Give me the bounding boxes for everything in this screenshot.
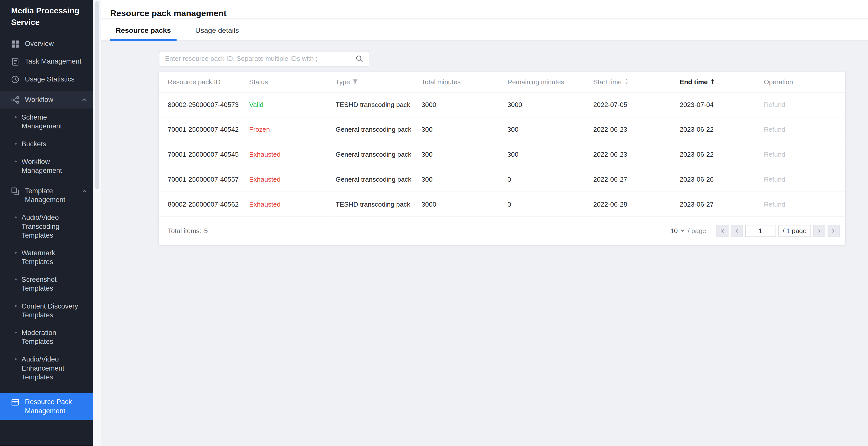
column-header-operation: Operation (764, 72, 845, 92)
resource-pack-table: Resource pack IDStatusTypeTotal minutesR… (159, 72, 845, 217)
sidebar-subitem-label: Content Discovery Templates (22, 302, 78, 319)
cell-resource-pack-id: 80002-25000007-40573 (159, 92, 249, 117)
table-body: 80002-25000007-40573 Valid TESHD transco… (159, 92, 845, 217)
column-header-type[interactable]: Type (336, 72, 422, 92)
cell-remaining-minutes: 3000 (507, 92, 593, 117)
column-label: Resource pack ID (168, 78, 220, 86)
cell-status: Exhausted (249, 192, 336, 217)
cell-type: TESHD transcoding pack (336, 192, 422, 217)
sidebar-subitem-moderation-templates[interactable]: Moderation Templates (0, 324, 93, 350)
chevron-up-icon (82, 97, 88, 103)
sort-asc-icon[interactable] (710, 78, 715, 85)
cell-start-time: 2022-06-27 (593, 167, 680, 192)
cell-end-time: 2023-06-27 (680, 192, 764, 217)
cell-resource-pack-id: 70001-25000007-40542 (159, 117, 249, 142)
column-label: End time (680, 78, 708, 86)
sidebar-item-label: Workflow (25, 95, 76, 104)
first-page-button[interactable] (716, 225, 728, 237)
column-header-remaining-minutes: Remaining minutes (507, 72, 593, 92)
sidebar-subitem-content-discovery-templates[interactable]: Content Discovery Templates (0, 297, 93, 324)
cell-total-minutes: 3000 (422, 92, 507, 117)
refund-link[interactable]: Refund (764, 201, 785, 208)
tab-usage-details[interactable]: Usage details (190, 20, 244, 40)
sidebar-subitem-scheme-management[interactable]: Scheme Management (0, 109, 93, 135)
cell-status: Exhausted (249, 167, 336, 192)
sidebar-item-label: Usage Statistics (25, 75, 88, 84)
table-row: 70001-25000007-40545 Exhausted General t… (159, 142, 845, 167)
cell-start-time: 2022-06-28 (593, 192, 680, 217)
sidebar-subitem-watermark-templates[interactable]: Watermark Templates (0, 244, 93, 271)
page-header: Resource pack management (101, 0, 868, 18)
column-header-end-time[interactable]: End time (680, 72, 764, 92)
sidebar-scrollbar[interactable] (93, 0, 101, 446)
tab-bar: Resource packs Usage details (101, 20, 868, 41)
workflow-icon (11, 96, 20, 104)
search-box (159, 51, 369, 66)
sidebar-subitem-screenshot-templates[interactable]: Screenshot Templates (0, 271, 93, 297)
app-window: Media Processing Service Overview Task M… (0, 0, 868, 446)
sidebar-subitem-label: Moderation Templates (22, 329, 56, 346)
table-row: 80002-25000007-40562 Exhausted TESHD tra… (159, 192, 845, 217)
page-size-select[interactable]: 10 (670, 227, 685, 235)
resource-pack-table-card: Resource pack IDStatusTypeTotal minutesR… (159, 72, 845, 245)
cell-end-time: 2023-07-04 (680, 92, 764, 117)
cell-resource-pack-id: 80002-25000007-40562 (159, 192, 249, 217)
search-icon[interactable] (355, 55, 363, 63)
refund-link[interactable]: Refund (764, 176, 785, 183)
sidebar-item-resource-pack-management[interactable]: Resource Pack Management (0, 393, 93, 420)
sidebar-subitem-label: Audio/Video Enhancement Templates (22, 355, 64, 381)
sidebar-item-task-management[interactable]: Task Management (0, 53, 93, 70)
sidebar: Media Processing Service Overview Task M… (0, 0, 93, 446)
sidebar-subitem-audio-video-enhancement-templates[interactable]: Audio/Video Enhancement Templates (0, 351, 93, 386)
sidebar-nav: Overview Task Management Usage Statistic… (0, 35, 93, 446)
column-label: Operation (764, 78, 793, 86)
refund-link[interactable]: Refund (764, 101, 785, 109)
page-size-value: 10 (670, 227, 678, 235)
scrollbar-thumb[interactable] (95, 1, 99, 189)
cell-end-time: 2023-06-22 (680, 142, 764, 167)
sidebar-item-usage-statistics[interactable]: Usage Statistics (0, 70, 93, 88)
next-page-button[interactable] (813, 225, 826, 237)
overview-icon (11, 40, 20, 48)
page-number-input[interactable] (745, 225, 776, 237)
sidebar-item-label: Overview (25, 39, 88, 48)
column-label: Remaining minutes (507, 78, 564, 86)
sidebar-item-template-management[interactable]: Template Management (0, 182, 93, 209)
search-input[interactable] (165, 55, 351, 63)
page-count-label: / 1 page (778, 225, 811, 237)
last-page-button[interactable] (828, 225, 840, 237)
sidebar-subitem-label: Screenshot Templates (22, 276, 57, 292)
column-label: Total minutes (422, 78, 461, 86)
caret-down-icon (680, 229, 685, 233)
sidebar-item-workflow[interactable]: Workflow (0, 91, 93, 109)
cell-total-minutes: 3000 (422, 192, 507, 217)
sidebar-subitem-workflow-management[interactable]: Workflow Management (0, 153, 93, 179)
sidebar-subitem-label: Buckets (22, 140, 46, 148)
column-header-start-time[interactable]: Start time (593, 72, 680, 92)
cell-remaining-minutes: 300 (507, 142, 593, 167)
sidebar-item-label: Template Management (25, 187, 76, 204)
refund-link[interactable]: Refund (764, 126, 785, 133)
sort-icon[interactable] (624, 78, 629, 85)
refund-link[interactable]: Refund (764, 151, 785, 158)
usage-icon (11, 76, 20, 84)
cell-end-time: 2023-06-22 (680, 117, 764, 142)
tab-resource-packs[interactable]: Resource packs (110, 20, 177, 40)
prev-page-button[interactable] (731, 225, 743, 237)
cell-resource-pack-id: 70001-25000007-40557 (159, 167, 249, 192)
sidebar-item-label: Task Management (25, 57, 88, 66)
page-title: Resource pack management (110, 8, 859, 19)
cell-status: Valid (249, 92, 336, 117)
table-header-row: Resource pack IDStatusTypeTotal minutesR… (159, 72, 845, 92)
column-label: Start time (593, 78, 622, 86)
sidebar-subitem-audio-video-transcoding-templates[interactable]: Audio/Video Transcoding Templates (0, 209, 93, 244)
sidebar-item-overview[interactable]: Overview (0, 35, 93, 53)
resource-pack-icon (11, 398, 20, 407)
cell-end-time: 2023-06-26 (680, 167, 764, 192)
filter-icon[interactable] (352, 79, 358, 85)
total-items-label: Total items: (168, 227, 201, 235)
sidebar-subitem-label: Audio/Video Transcoding Templates (22, 214, 60, 239)
table-footer: Total items: 5 10 / page / (159, 217, 845, 245)
sidebar-subitem-buckets[interactable]: Buckets (0, 135, 93, 153)
cell-remaining-minutes: 0 (507, 167, 593, 192)
